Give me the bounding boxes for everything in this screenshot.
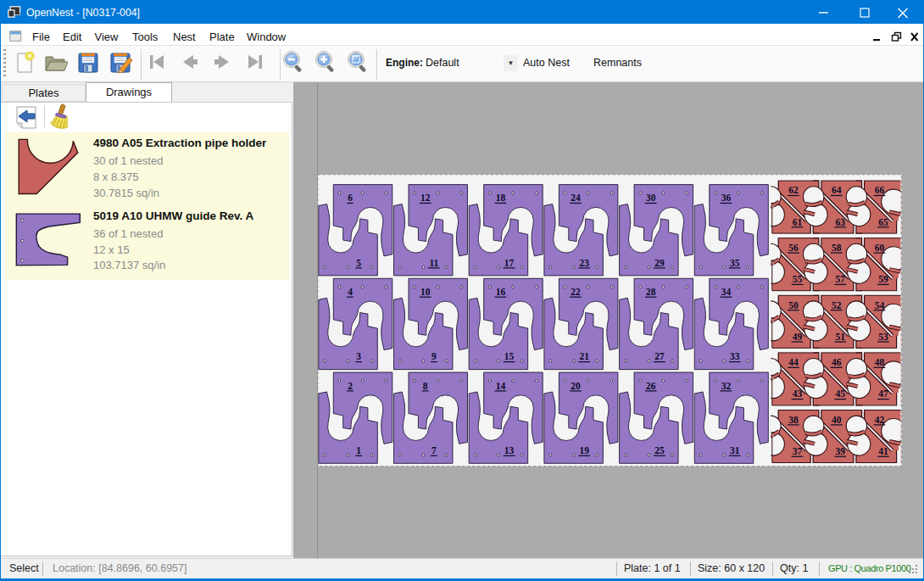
svg-text:59: 59 [878, 274, 888, 284]
svg-text:19: 19 [580, 445, 590, 455]
svg-text:57: 57 [835, 274, 845, 284]
svg-text:51: 51 [835, 332, 845, 342]
svg-text:11: 11 [429, 258, 438, 268]
svg-text:64: 64 [832, 185, 842, 195]
svg-text:56: 56 [788, 243, 799, 253]
svg-text:25: 25 [654, 445, 665, 455]
svg-text:12: 12 [420, 193, 431, 203]
svg-text:17: 17 [504, 258, 515, 268]
svg-text:34: 34 [721, 287, 732, 297]
svg-text:49: 49 [793, 332, 803, 342]
svg-text:48: 48 [875, 357, 885, 367]
svg-text:40: 40 [832, 415, 842, 425]
svg-text:36: 36 [721, 193, 732, 203]
svg-text:33: 33 [730, 351, 740, 361]
svg-text:58: 58 [832, 243, 842, 253]
svg-text:54: 54 [875, 300, 885, 310]
svg-text:41: 41 [878, 446, 888, 456]
svg-text:38: 38 [788, 415, 799, 425]
svg-text:13: 13 [504, 445, 515, 455]
svg-text:32: 32 [721, 381, 732, 391]
svg-text:53: 53 [878, 332, 888, 342]
svg-text:10: 10 [420, 287, 431, 297]
svg-text:47: 47 [878, 388, 888, 399]
svg-text:5: 5 [356, 258, 361, 268]
svg-text:66: 66 [875, 185, 885, 195]
svg-text:35: 35 [730, 258, 740, 268]
svg-text:28: 28 [646, 287, 656, 297]
svg-text:61: 61 [793, 217, 803, 227]
svg-text:62: 62 [788, 185, 799, 195]
svg-text:23: 23 [580, 258, 590, 268]
svg-text:8: 8 [423, 381, 428, 391]
svg-text:39: 39 [835, 446, 845, 456]
svg-text:46: 46 [832, 357, 842, 367]
svg-text:24: 24 [571, 193, 581, 203]
svg-text:31: 31 [730, 445, 740, 455]
svg-text:18: 18 [496, 193, 506, 203]
svg-text:60: 60 [875, 243, 885, 253]
svg-text:26: 26 [646, 381, 656, 391]
svg-text:37: 37 [793, 446, 803, 456]
svg-text:65: 65 [878, 217, 888, 227]
svg-text:44: 44 [788, 357, 799, 367]
svg-text:21: 21 [580, 351, 590, 361]
svg-text:42: 42 [875, 415, 885, 425]
svg-text:9: 9 [431, 351, 437, 361]
svg-text:6: 6 [348, 193, 353, 203]
svg-text:50: 50 [788, 300, 799, 310]
svg-text:1: 1 [356, 445, 361, 455]
svg-text:63: 63 [835, 217, 845, 227]
svg-text:20: 20 [571, 381, 581, 391]
svg-text:3: 3 [356, 351, 361, 361]
svg-text:27: 27 [654, 351, 665, 361]
svg-text:55: 55 [793, 274, 803, 284]
svg-text:15: 15 [504, 351, 515, 361]
svg-text:2: 2 [348, 381, 353, 391]
svg-text:16: 16 [496, 287, 506, 297]
svg-text:7: 7 [431, 445, 437, 455]
svg-text:14: 14 [496, 381, 506, 391]
svg-text:43: 43 [793, 388, 803, 399]
svg-text:22: 22 [571, 287, 581, 297]
svg-text:30: 30 [646, 193, 656, 203]
svg-text:4: 4 [348, 287, 353, 297]
svg-text:29: 29 [654, 258, 665, 268]
svg-text:52: 52 [832, 300, 842, 310]
svg-text:45: 45 [835, 388, 845, 399]
